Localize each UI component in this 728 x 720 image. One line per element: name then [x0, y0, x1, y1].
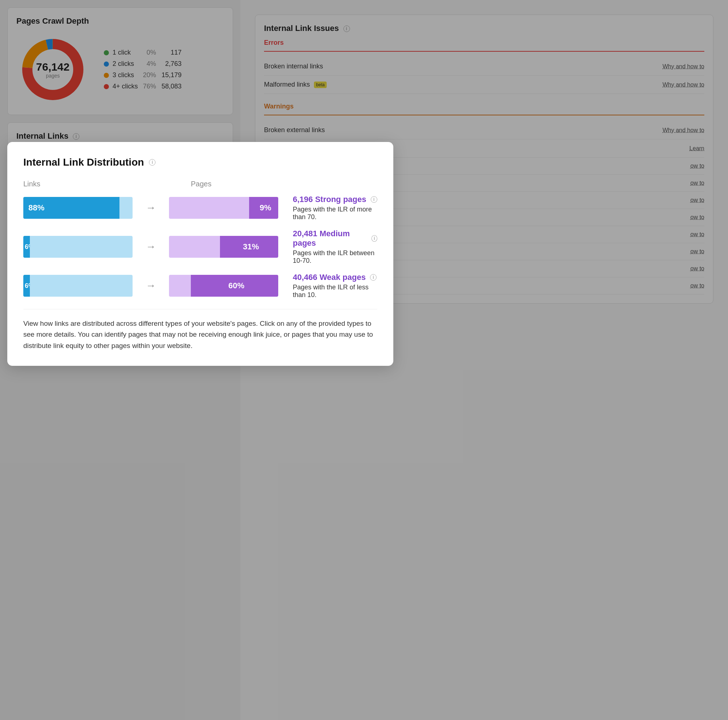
links-bar-weak: 6% [23, 275, 133, 297]
col-label-links: Links [23, 180, 133, 188]
dist-info-title-weak: 40,466 Weak pages i [293, 273, 377, 282]
links-bar-medium: 6% [23, 236, 133, 258]
dist-row-strong[interactable]: 88% → 9% 6,196 Strong pages i Pages with… [23, 195, 377, 221]
pages-pct-weak: 60% [228, 281, 245, 290]
modal-description: View how links are distributed across di… [23, 309, 377, 351]
dist-info-medium: 20,481 Medium pages i Pages with the ILR… [286, 229, 377, 265]
dist-info-desc-weak: Pages with the ILR of less than 10. [293, 284, 377, 299]
links-pct-strong: 88% [28, 203, 44, 213]
dist-info-weak: 40,466 Weak pages i Pages with the ILR o… [286, 273, 377, 299]
modal-internal-link-distribution: Internal Link Distribution i Links Pages… [7, 142, 393, 366]
links-bar-rest-weak [30, 275, 133, 297]
pages-bar-filled-weak: 60% [191, 275, 278, 297]
dist-header: Links Pages [23, 180, 377, 188]
pages-bar-filled-strong: 9% [249, 197, 278, 219]
medium-pages-info-icon[interactable]: i [372, 235, 377, 242]
arrow-medium: → [140, 241, 162, 253]
dist-info-title-strong: 6,196 Strong pages i [293, 195, 377, 204]
links-bar-filled-medium: 6% [23, 236, 30, 258]
links-bar-rest-medium [30, 236, 133, 258]
pages-bar-medium: 31% [169, 236, 278, 258]
modal-info-icon[interactable]: i [149, 159, 156, 166]
weak-pages-info-icon[interactable]: i [370, 274, 376, 281]
dist-row-weak[interactable]: 6% → 60% 40,466 Weak pages i Pages with … [23, 273, 377, 299]
pages-bar-filled-medium: 31% [220, 236, 278, 258]
dist-row-medium[interactable]: 6% → 31% 20,481 Medium pages i Pages wit… [23, 229, 377, 265]
arrow-strong: → [140, 202, 162, 214]
distribution-grid: Links Pages 88% → 9% 6,196 Strong pag [23, 180, 377, 299]
dist-info-desc-strong: Pages with the ILR of more than 70. [293, 206, 377, 221]
links-bar-rest-strong [119, 197, 133, 219]
pages-pct-strong: 9% [260, 203, 271, 213]
links-bar-filled-strong: 88% [23, 197, 119, 219]
pages-bar-rest-strong [169, 197, 249, 219]
strong-pages-info-icon[interactable]: i [371, 196, 377, 203]
pages-bar-strong: 9% [169, 197, 278, 219]
links-bar-filled-weak: 6% [23, 275, 30, 297]
links-bar-strong: 88% [23, 197, 133, 219]
dist-info-desc-medium: Pages with the ILR between 10-70. [293, 249, 377, 265]
col-label-pages: Pages [191, 180, 300, 188]
dist-info-title-medium: 20,481 Medium pages i [293, 229, 377, 248]
arrow-weak: → [140, 280, 162, 291]
pages-bar-rest-medium [169, 236, 220, 258]
pages-bar-rest-weak [169, 275, 191, 297]
pages-pct-medium: 31% [243, 242, 259, 252]
pages-bar-weak: 60% [169, 275, 278, 297]
dist-info-strong: 6,196 Strong pages i Pages with the ILR … [286, 195, 377, 221]
modal-title: Internal Link Distribution i [23, 157, 377, 168]
